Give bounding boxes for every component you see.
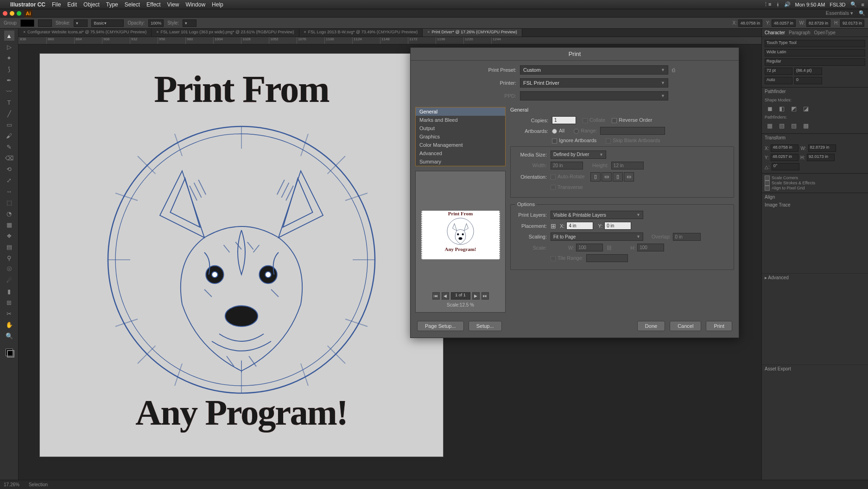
- symbol-sprayer-tool[interactable]: ☄: [4, 275, 14, 285]
- link-icon[interactable]: ⛓: [607, 245, 612, 251]
- hand-tool[interactable]: ✋: [4, 320, 14, 330]
- pencil-tool[interactable]: ✎: [4, 142, 14, 152]
- line-tool[interactable]: ╱: [4, 108, 14, 119]
- shape-builder-tool[interactable]: ◔: [4, 208, 14, 219]
- doc-tab-0[interactable]: ×Configurator Website Icons.ai* @ 75.94%…: [19, 29, 152, 37]
- doc-tab-3[interactable]: ×Print Driver* @ 17.26% (CMYK/GPU Previe…: [423, 29, 522, 37]
- tx-field[interactable]: 48.0758 in: [771, 144, 798, 152]
- page-setup-button[interactable]: Page Setup...: [417, 321, 464, 331]
- preset-select[interactable]: Custom▼: [520, 65, 668, 75]
- angle-field[interactable]: 0°: [772, 163, 799, 170]
- direct-selection-tool[interactable]: ▷: [4, 42, 14, 52]
- w-field[interactable]: 82.8729 in: [806, 19, 830, 27]
- eraser-tool[interactable]: ⌫: [4, 153, 14, 163]
- bluetooth-icon[interactable]: ᚼ: [776, 2, 779, 7]
- media-size-select[interactable]: Defined by Driver▼: [551, 150, 606, 159]
- crop-icon[interactable]: ▩: [801, 120, 811, 131]
- orient-landscape-left[interactable]: ▭: [602, 172, 612, 182]
- fill-swatch[interactable]: [20, 19, 34, 27]
- leading[interactable]: (86.4 pt): [794, 68, 822, 75]
- divide-icon[interactable]: ▦: [765, 120, 775, 131]
- menu-effect[interactable]: Effect: [146, 1, 160, 8]
- selection-tool[interactable]: ▲: [4, 31, 14, 41]
- preview-first[interactable]: ⏮: [432, 292, 440, 300]
- zoom-tool[interactable]: 🔍: [4, 331, 14, 341]
- menu-select[interactable]: Select: [125, 1, 140, 8]
- merge-icon[interactable]: ▨: [789, 120, 799, 131]
- cat-advanced[interactable]: Advanced: [416, 149, 505, 157]
- orient-portrait-up[interactable]: ▯: [590, 172, 601, 182]
- rectangle-tool[interactable]: ▭: [4, 119, 14, 130]
- save-preset-icon[interactable]: ⎙: [672, 67, 675, 73]
- ignore-artboards-chk[interactable]: Ignore Artboards: [552, 138, 596, 144]
- font-style[interactable]: Regular: [765, 58, 865, 66]
- preview-last[interactable]: ⏭: [482, 292, 489, 300]
- menu-edit[interactable]: Edit: [67, 1, 77, 8]
- cat-marks[interactable]: Marks and Bleed: [416, 116, 505, 124]
- wifi-icon[interactable]: ⋮≡: [763, 1, 771, 7]
- rotate-tool[interactable]: ⟲: [4, 164, 14, 174]
- tab-paragraph[interactable]: Paragraph: [789, 30, 811, 35]
- paintbrush-tool[interactable]: 🖌: [4, 131, 14, 141]
- eyedropper-tool[interactable]: ⚲: [4, 253, 14, 263]
- all-radio[interactable]: All: [552, 128, 564, 134]
- gradient-tool[interactable]: ▤: [4, 242, 14, 252]
- scaling-select[interactable]: Fit to Page▼: [551, 232, 643, 241]
- type-tool[interactable]: T: [4, 97, 14, 107]
- opacity-field[interactable]: 100%: [148, 19, 164, 27]
- menu-type[interactable]: Type: [106, 1, 118, 8]
- th-field[interactable]: 92.0173 in: [807, 154, 835, 161]
- magic-wand-tool[interactable]: ✦: [4, 53, 14, 63]
- clock[interactable]: Mon 9:50 AM: [795, 2, 825, 7]
- cat-output[interactable]: Output: [416, 124, 505, 132]
- artboard-tool[interactable]: ⊞: [4, 297, 14, 307]
- search-icon[interactable]: 🔍: [859, 10, 865, 16]
- column-graph-tool[interactable]: ▮: [4, 286, 14, 296]
- preview-page[interactable]: 1 of 1: [451, 292, 470, 300]
- mesh-tool[interactable]: ❖: [4, 231, 14, 241]
- trim-icon[interactable]: ▧: [777, 120, 787, 131]
- zoom-level[interactable]: 17.26%: [4, 482, 19, 487]
- pen-tool[interactable]: ✒: [4, 75, 14, 85]
- minimize-window[interactable]: [10, 11, 14, 16]
- tw-field[interactable]: 82.8729 in: [808, 144, 836, 152]
- kerning[interactable]: Auto: [765, 77, 792, 84]
- font-family[interactable]: Wide Latin: [765, 49, 865, 56]
- menu-file[interactable]: File: [52, 1, 61, 8]
- scale-corners-chk[interactable]: Scale Corners: [765, 176, 865, 181]
- scale-tool[interactable]: ⤢: [4, 175, 14, 185]
- orient-portrait-down[interactable]: ▯: [613, 172, 623, 182]
- print-layers-select[interactable]: Visible & Printable Layers▼: [551, 211, 643, 219]
- user-name[interactable]: FSL3D: [830, 2, 845, 7]
- h-field[interactable]: 92.0173 in: [840, 19, 864, 27]
- doc-tab-1[interactable]: ×FSL Laser 101 Logo (363 px wide).png* @…: [152, 29, 299, 37]
- preview-next[interactable]: ▶: [472, 292, 480, 300]
- curvature-tool[interactable]: 〰: [4, 86, 14, 96]
- done-button[interactable]: Done: [637, 321, 665, 331]
- stroke-weight[interactable]: ▾: [74, 19, 88, 27]
- unite-icon[interactable]: ◼: [765, 103, 775, 113]
- advanced-title[interactable]: ▸ Advanced: [762, 274, 868, 282]
- doc-tab-2[interactable]: ×FSL Logo 2013 B-W.svg* @ 73.49% (CMYK/G…: [299, 29, 423, 37]
- touch-type-btn[interactable]: Touch Type Tool: [765, 40, 865, 47]
- cancel-button[interactable]: Cancel: [670, 321, 701, 331]
- placement-x-input[interactable]: [566, 222, 593, 230]
- tab-character[interactable]: Character: [765, 30, 785, 35]
- close-window[interactable]: [3, 11, 7, 16]
- printer-select[interactable]: FSL Print Driver▼: [520, 78, 668, 88]
- spotlight-icon[interactable]: 🔍: [850, 1, 857, 7]
- menu-window[interactable]: Window: [185, 1, 205, 8]
- ty-field[interactable]: 48.0257 in: [771, 154, 798, 161]
- print-button[interactable]: Print: [706, 321, 732, 331]
- align-grid-chk[interactable]: Align to Pixel Grid: [765, 186, 865, 191]
- blend-tool[interactable]: ⦾: [4, 264, 14, 274]
- preview-prev[interactable]: ◀: [442, 292, 449, 300]
- slice-tool[interactable]: ✂: [4, 308, 14, 319]
- placement-grid-icon[interactable]: ⊞: [551, 222, 556, 230]
- minus-front-icon[interactable]: ◧: [777, 103, 787, 113]
- copies-input[interactable]: [552, 116, 576, 124]
- reverse-chk[interactable]: Reverse Order: [612, 117, 652, 123]
- exclude-icon[interactable]: ◪: [801, 103, 811, 113]
- font-size[interactable]: 72 pt: [765, 68, 792, 75]
- workspace-switcher[interactable]: Essentials ▾: [826, 10, 856, 16]
